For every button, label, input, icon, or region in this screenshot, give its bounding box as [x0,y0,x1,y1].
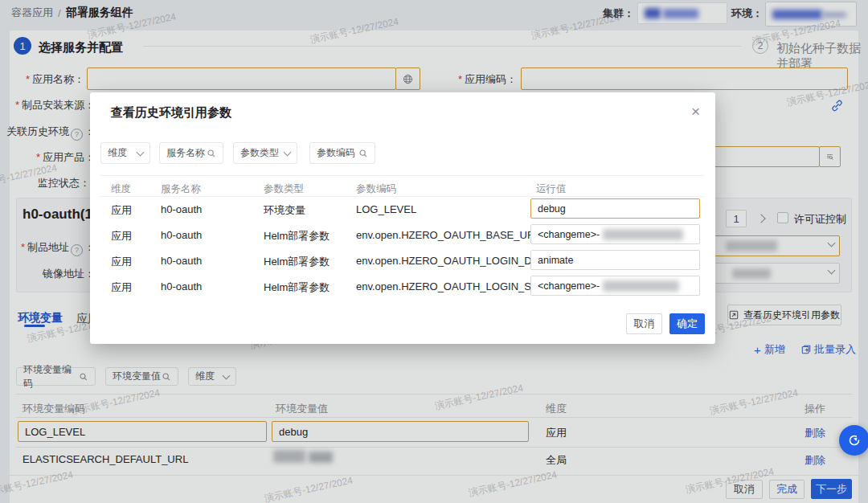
param-row-dimension: 应用 [111,255,132,269]
modal-ok-button[interactable]: 确定 [669,313,705,334]
param-row-param-type: Helm部署参数 [264,255,330,269]
modal-col-dimension: 维度 [111,182,131,196]
modal-col-service: 服务名称 [161,182,201,196]
chat-widget-button[interactable] [839,425,868,456]
param-row-service: h0-oauth [161,203,202,215]
param-row-service: h0-oauth [161,255,202,267]
param-row-param-code: env.open.HZERO_OAUTH_BASE_URL [356,229,541,241]
modal-table-header-border [100,196,705,197]
search-icon [207,149,216,158]
modal-filter-service-name[interactable]: 服务名称 [159,142,223,164]
chevron-down-icon [137,148,145,156]
param-row-param-code: env.open.HZERO_OAUTH_LOGIN_SU... [356,280,547,292]
search-icon [358,149,368,158]
run-value-redacted [603,280,679,292]
modal-filter-dimension[interactable]: 维度 [100,142,150,164]
param-row-param-code: env.open.HZERO_OAUTH_LOGIN_DEF... [356,255,553,267]
modal-title: 查看历史环境引用参数 [111,105,231,121]
param-row-dimension: 应用 [111,203,132,218]
param-row-dimension: 应用 [111,280,132,295]
param-row-param-type: Helm部署参数 [264,280,330,295]
modal-col-run-value: 运行值 [536,182,567,196]
param-row-run-value-input[interactable]: animate [530,250,700,270]
chevron-down-icon [284,148,292,156]
modal-table-top-border [100,175,705,176]
param-row-service: h0-oauth [161,229,202,241]
param-row-run-value-input[interactable]: <changeme>- [530,224,700,244]
param-row-run-value-input[interactable]: debug [530,198,700,219]
history-params-modal: 查看历史环境引用参数 × 维度 服务名称 参数类型 参数编码 维度 服务名称 参… [90,92,715,344]
param-row-run-value-input[interactable]: <changeme>- [530,276,700,296]
close-icon[interactable]: × [691,103,700,121]
modal-filter-param-type[interactable]: 参数类型 [233,142,297,164]
param-row-dimension: 应用 [111,229,132,243]
chat-widget-icon [846,432,862,448]
modal-filter-param-code[interactable]: 参数编码 [309,142,375,164]
param-row-service: h0-oauth [161,280,202,292]
param-row-param-code: LOG_LEVEL [356,203,416,215]
param-row-param-type: 环境变量 [264,203,305,218]
run-value-redacted [603,229,683,240]
modal-col-param-code: 参数编码 [356,182,396,196]
param-row-param-type: Helm部署参数 [264,229,330,243]
modal-cancel-button[interactable]: 取消 [626,313,662,334]
modal-col-param-type: 参数类型 [264,182,304,196]
